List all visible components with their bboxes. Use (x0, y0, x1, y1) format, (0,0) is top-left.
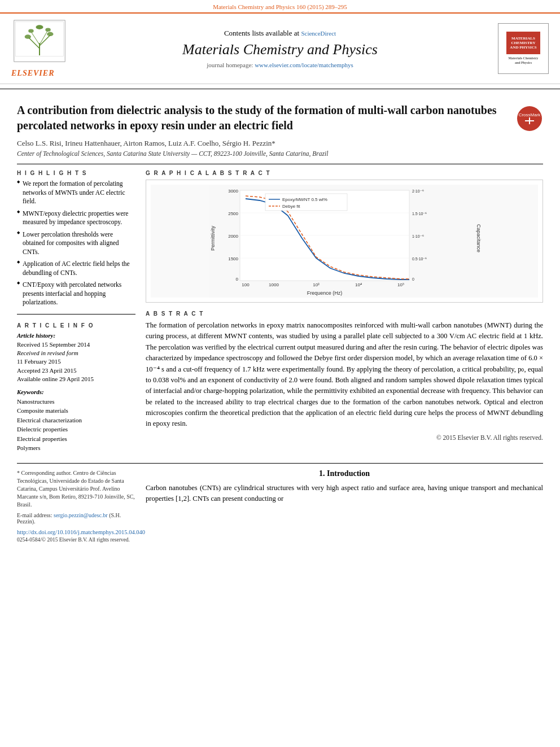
mcp-logo-box: MATERIALSCHEMISTRYAND PHYSICS Materials … (498, 23, 549, 74)
graph-svg: Permittivity Capacitance Frequence (Hz) … (151, 185, 538, 298)
svg-rect-39 (265, 194, 347, 211)
article-info-section: A R T I C L E I N F O Article history: R… (17, 322, 135, 453)
received-date: Received 15 September 2014 (17, 340, 135, 349)
homepage-link[interactable]: www.elsevier.com/locate/matchemphys (255, 62, 353, 68)
title-divider (17, 164, 543, 164)
svg-text:1.5·10⁻⁶: 1.5·10⁻⁶ (412, 212, 427, 216)
svg-line-3 (40, 35, 50, 46)
svg-text:Debye fit: Debye fit (282, 204, 300, 209)
mcp-logo-text: Materials Chemistryand Physics (508, 56, 538, 65)
svg-text:0.5·10⁻⁶: 0.5·10⁻⁶ (412, 257, 427, 261)
article-info-heading: A R T I C L E I N F O (17, 322, 135, 329)
issn-text: 0254-0584/© 2015 Elsevier B.V. All right… (17, 537, 135, 543)
svg-text:0: 0 (236, 277, 239, 282)
svg-line-4 (32, 33, 40, 45)
svg-text:Capacitance: Capacitance (476, 224, 482, 252)
received-revised-label: Received in revised form (17, 349, 135, 357)
article-title: A contribution from dielectric analysis … (17, 103, 507, 133)
svg-text:2000: 2000 (228, 234, 238, 239)
corresponding-author-note: * Corresponding author. Centro de Ciênci… (17, 469, 135, 509)
highlights-divider (17, 314, 135, 314)
content-area: A contribution from dielectric analysis … (0, 94, 560, 554)
introduction-heading: 1. Introduction (146, 469, 543, 478)
keywords-title: Keywords: (17, 388, 135, 395)
journal-header: ELSEVIER Contents lists available at Sci… (0, 14, 560, 84)
affiliation-line: Center of Technological Sciences, Santa … (17, 150, 543, 157)
mcp-logo-area: MATERIALSCHEMISTRYAND PHYSICS Materials … (487, 23, 549, 74)
svg-text:Frequence (Hz): Frequence (Hz) (307, 290, 343, 296)
elsevier-tree-icon (11, 19, 68, 64)
highlights-list: We report the formation of percolating n… (17, 180, 135, 307)
journal-reference-bar: Materials Chemistry and Physics 160 (201… (0, 0, 560, 14)
sciencedirect-link[interactable]: ScienceDirect (301, 30, 336, 37)
article-title-section: A contribution from dielectric analysis … (17, 103, 543, 133)
elsevier-logo-area: ELSEVIER (11, 19, 73, 78)
svg-point-10 (36, 25, 43, 29)
highlight-item: CNT/Epoxy with percolated networks prese… (17, 281, 135, 307)
header-divider (0, 89, 560, 89)
keyword-6: Polymers (17, 443, 135, 453)
svg-text:10⁵: 10⁵ (397, 282, 404, 287)
crossmark-icon: CrossMark (516, 105, 543, 132)
journal-title: Materials Chemistry and Physics (73, 41, 487, 58)
svg-line-5 (40, 31, 47, 45)
svg-text:1·10⁻⁶: 1·10⁻⁶ (412, 234, 424, 238)
received-revised-date: 11 February 2015 (17, 357, 135, 366)
keyword-4: Dielectric properties (17, 425, 135, 434)
right-column: G R A P H I C A L A B S T R A C T (146, 170, 543, 453)
svg-text:Permittivity: Permittivity (210, 226, 216, 251)
svg-text:2500: 2500 (228, 211, 238, 216)
doi-link[interactable]: http://dx.doi.org/10.1016/j.matchemphys.… (17, 529, 135, 535)
introduction-text: Carbon nanotubes (CNTs) are cylindrical … (146, 483, 543, 505)
highlight-item: Lower percolation thresholds were obtain… (17, 230, 135, 257)
abstract-section: A B S T R A C T The formation of percola… (146, 311, 543, 441)
email-line: E-mail address: sergio.pezzin@udesc.br (… (17, 512, 135, 525)
journal-reference-text: Materials Chemistry and Physics 160 (201… (213, 3, 347, 10)
authors-line: Celso L.S. Risi, Irineu Hattenhauer, Air… (17, 139, 543, 148)
svg-text:2·10⁻⁶: 2·10⁻⁶ (412, 189, 424, 193)
graphical-abstract-section: G R A P H I C A L A B S T R A C T (146, 170, 543, 303)
graph-area: Permittivity Capacitance Frequence (Hz) … (151, 185, 538, 298)
svg-text:Epoxy/MWNT 0.5 wt%: Epoxy/MWNT 0.5 wt% (282, 197, 327, 202)
svg-text:1500: 1500 (228, 256, 238, 261)
svg-text:1000: 1000 (269, 282, 279, 287)
svg-line-2 (29, 38, 40, 49)
email-link[interactable]: sergio.pezzin@udesc.br (54, 512, 108, 518)
svg-point-7 (47, 32, 53, 37)
main-two-col: H I G H L I G H T S We report the format… (17, 170, 543, 453)
svg-text:10⁴: 10⁴ (355, 282, 362, 287)
keyword-5: Electrical properties (17, 434, 135, 444)
highlights-heading: H I G H L I G H T S (17, 170, 135, 176)
journal-homepage: journal homepage: www.elsevier.com/locat… (73, 62, 487, 68)
highlight-item: MWNT/epoxy dielectric properties were me… (17, 209, 135, 227)
journal-center-info: Contents lists available at ScienceDirec… (73, 29, 487, 68)
introduction-section: 1. Introduction Carbon nanotubes (CNTs) … (146, 469, 543, 543)
keyword-2: Composite materials (17, 406, 135, 416)
keyword-1: Nanostructures (17, 397, 135, 407)
svg-point-8 (28, 29, 33, 33)
highlight-item: Application of AC electric field helps t… (17, 260, 135, 277)
svg-text:10³: 10³ (313, 282, 320, 287)
accepted-date: Accepted 23 April 2015 (17, 366, 135, 375)
contents-available-text: Contents lists available at ScienceDirec… (73, 29, 487, 38)
abstract-text: The formation of percolation networks in… (146, 320, 543, 430)
highlight-item: We report the formation of percolating n… (17, 180, 135, 206)
email-label: E-mail address: (17, 512, 52, 518)
elsevier-wordmark: ELSEVIER (11, 69, 73, 78)
available-date: Available online 29 April 2015 (17, 375, 135, 383)
highlights-section: H I G H L I G H T S We report the format… (17, 170, 135, 307)
svg-point-9 (45, 28, 50, 32)
svg-text:0: 0 (412, 277, 414, 281)
svg-text:100: 100 (242, 282, 250, 287)
bottom-left-col: * Corresponding author. Centro de Ciênci… (17, 469, 135, 543)
graphical-abstract-box: Permittivity Capacitance Frequence (Hz) … (146, 180, 543, 303)
copyright-line: © 2015 Elsevier B.V. All rights reserved… (146, 434, 543, 441)
svg-text:3000: 3000 (228, 189, 238, 194)
keyword-3: Electrical characterization (17, 416, 135, 425)
history-title: Article history: (17, 332, 135, 339)
graphical-abstract-heading: G R A P H I C A L A B S T R A C T (146, 170, 543, 176)
svg-text:CrossMark: CrossMark (519, 112, 541, 117)
bottom-section: * Corresponding author. Centro de Ciênci… (17, 463, 543, 543)
svg-point-6 (25, 34, 31, 39)
abstract-heading: A B S T R A C T (146, 311, 543, 317)
